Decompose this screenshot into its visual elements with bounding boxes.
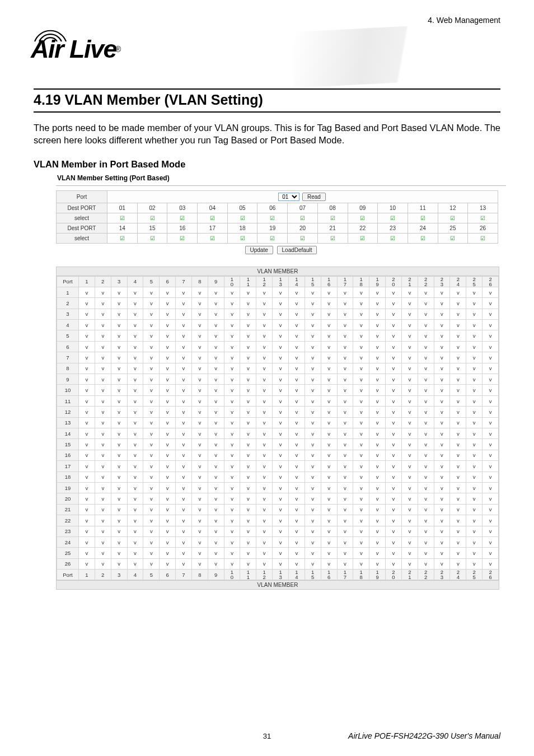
select-row-1: select ☑☑☑☑☑☑☑☑☑☑☑☑☑	[57, 213, 498, 223]
matrix-row: 23vvvvvvvvvvvvvvvvvvvvvvvvvv	[57, 526, 499, 536]
select-row-2: select ☑☑☑☑☑☑☑☑☑☑☑☑☑	[57, 233, 498, 243]
matrix-row: 1vvvvvvvvvvvvvvvvvvvvvvvvvv	[57, 287, 499, 297]
matrix-row: 5vvvvvvvvvvvvvvvvvvvvvvvvvv	[57, 330, 499, 341]
matrix-row: 8vvvvvvvvvvvvvvvvvvvvvvvvvv	[57, 363, 499, 374]
matrix-row: 25vvvvvvvvvvvvvvvvvvvvvvvvvv	[57, 548, 499, 558]
matrix-row: 17vvvvvvvvvvvvvvvvvvvvvvvvvv	[57, 461, 499, 472]
matrix-row: 19vvvvvvvvvvvvvvvvvvvvvvvvvv	[57, 482, 499, 493]
matrix-row: 7vvvvvvvvvvvvvvvvvvvvvvvvvv	[57, 352, 499, 363]
matrix-row: 13vvvvvvvvvvvvvvvvvvvvvvvvvv	[57, 417, 499, 428]
port-select-table: Port 01 Read Dest PORT 01020304050607080…	[56, 190, 498, 244]
screenshot-vlan-member: VLAN Member Setting (Port Based) Port 01…	[56, 174, 506, 590]
subheading: VLAN Member in Port Based Mode	[34, 159, 500, 170]
matrix-row: 26vvvvvvvvvvvvvvvvvvvvvvvvvv	[57, 558, 499, 569]
matrix-row: 21vvvvvvvvvvvvvvvvvvvvvvvvvv	[57, 504, 499, 515]
brand-logo: Air Live®	[31, 35, 122, 64]
port-label-cell: Port	[57, 190, 107, 203]
matrix-row: 6vvvvvvvvvvvvvvvvvvvvvvvvvv	[57, 341, 499, 352]
manual-title: AirLive POE-FSH2422G-390 User's Manual	[348, 731, 500, 740]
matrix-row: 14vvvvvvvvvvvvvvvvvvvvvvvvvv	[57, 428, 499, 439]
matrix-row: 3vvvvvvvvvvvvvvvvvvvvvvvvvv	[57, 309, 499, 319]
loaddefault-button[interactable]: LoadDefault	[277, 246, 317, 254]
intro-paragraph: The ports need to be made member of your…	[34, 122, 500, 147]
matrix-header-top: VLAN MEMBER	[57, 267, 499, 276]
matrix-row: 24vvvvvvvvvvvvvvvvvvvvvvvvvv	[57, 536, 499, 547]
screenshot-title: VLAN Member Setting (Port Based)	[57, 174, 506, 182]
matrix-row: 16vvvvvvvvvvvvvvvvvvvvvvvvvv	[57, 450, 499, 460]
vlan-member-matrix: VLAN MEMBER Port123456789101112131415161…	[56, 267, 499, 590]
port-dropdown[interactable]: 01	[278, 193, 299, 201]
matrix-row: 12vvvvvvvvvvvvvvvvvvvvvvvvvv	[57, 407, 499, 417]
destport-row-1: Dest PORT 01020304050607080910111213	[57, 203, 498, 213]
update-button[interactable]: Update	[245, 246, 273, 254]
read-button[interactable]: Read	[302, 193, 326, 201]
matrix-row: 22vvvvvvvvvvvvvvvvvvvvvvvvvv	[57, 515, 499, 526]
section-heading: 4.19 VLAN Member (VLAN Setting)	[34, 88, 500, 113]
checkbox-icon[interactable]: ☑	[120, 215, 125, 221]
matrix-row: 18vvvvvvvvvvvvvvvvvvvvvvvvvv	[57, 472, 499, 482]
destport-row-2: Dest PORT 14151617181920212223242526	[57, 223, 498, 233]
matrix-row: 2vvvvvvvvvvvvvvvvvvvvvvvvvv	[57, 298, 499, 309]
breadcrumb: 4. Web Management	[428, 16, 500, 25]
matrix-row: 4vvvvvvvvvvvvvvvvvvvvvvvvvv	[57, 320, 499, 330]
matrix-row: 15vvvvvvvvvvvvvvvvvvvvvvvvvv	[57, 439, 499, 450]
matrix-row: 20vvvvvvvvvvvvvvvvvvvvvvvvvv	[57, 493, 499, 504]
matrix-header-bottom: VLAN MEMBER	[57, 580, 499, 589]
matrix-row: 9vvvvvvvvvvvvvvvvvvvvvvvvvv	[57, 374, 499, 385]
matrix-row: 10vvvvvvvvvvvvvvvvvvvvvvvvvv	[57, 385, 499, 395]
matrix-row: 11vvvvvvvvvvvvvvvvvvvvvvvvvv	[57, 395, 499, 406]
